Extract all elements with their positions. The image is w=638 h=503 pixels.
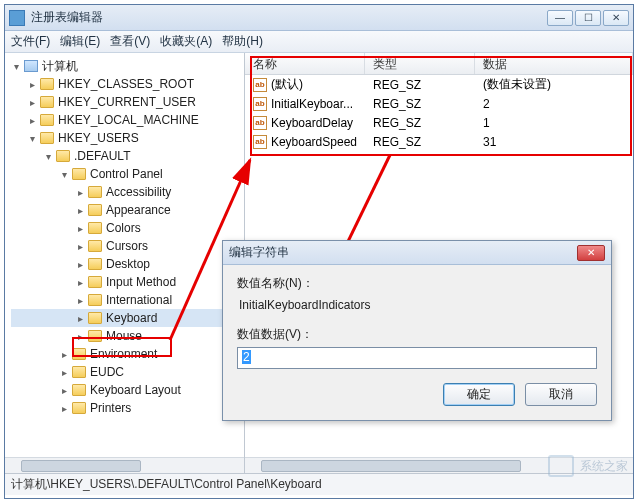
collapse-icon[interactable]: ▾	[27, 133, 38, 144]
menu-file[interactable]: 文件(F)	[11, 33, 50, 50]
col-type[interactable]: 类型	[365, 53, 475, 74]
tree-hscrollbar[interactable]	[5, 457, 244, 473]
dialog-buttons: 确定 取消	[237, 383, 597, 406]
tree-input-method[interactable]: ▸ Input Method	[11, 273, 244, 291]
list-header: 名称 类型 数据	[245, 53, 633, 75]
close-button[interactable]: ✕	[603, 10, 629, 26]
maximize-button[interactable]: ☐	[575, 10, 601, 26]
expand-icon[interactable]: ▸	[75, 259, 86, 270]
list-row[interactable]: ab(默认) REG_SZ (数值未设置)	[245, 75, 633, 94]
folder-icon	[72, 348, 86, 360]
col-data[interactable]: 数据	[475, 53, 633, 74]
string-value-icon: ab	[253, 78, 267, 92]
dialog-titlebar: 编辑字符串 ✕	[223, 241, 611, 265]
dialog-close-button[interactable]: ✕	[577, 245, 605, 261]
value-data-input[interactable]: 2	[237, 347, 597, 369]
folder-icon	[88, 186, 102, 198]
expand-icon[interactable]: ▸	[75, 277, 86, 288]
list-rows: ab(默认) REG_SZ (数值未设置) abInitialKeyboar..…	[245, 75, 633, 151]
expand-icon[interactable]: ▸	[75, 187, 86, 198]
folder-icon	[88, 276, 102, 288]
expand-icon[interactable]: ▸	[59, 349, 70, 360]
tree-international[interactable]: ▸ International	[11, 291, 244, 309]
tree-cursors[interactable]: ▸ Cursors	[11, 237, 244, 255]
tree-hku[interactable]: ▾ HKEY_USERS	[11, 129, 244, 147]
expand-icon[interactable]: ▸	[75, 331, 86, 342]
string-value-icon: ab	[253, 135, 267, 149]
tree-control-panel[interactable]: ▾ Control Panel	[11, 165, 244, 183]
expand-icon[interactable]: ▸	[59, 403, 70, 414]
folder-icon	[88, 204, 102, 216]
folder-icon	[72, 168, 86, 180]
value-name-readonly: InitialKeyboardIndicators	[237, 296, 597, 320]
status-path: 计算机\HKEY_USERS\.DEFAULT\Control Panel\Ke…	[11, 476, 322, 493]
cancel-button[interactable]: 取消	[525, 383, 597, 406]
tree-mouse[interactable]: ▸ Mouse	[11, 327, 244, 345]
dialog-body: 数值名称(N)： InitialKeyboardIndicators 数值数据(…	[223, 265, 611, 420]
expand-icon[interactable]: ▸	[75, 241, 86, 252]
list-row[interactable]: abKeyboardSpeed REG_SZ 31	[245, 132, 633, 151]
list-row[interactable]: abKeyboardDelay REG_SZ 1	[245, 113, 633, 132]
menu-edit[interactable]: 编辑(E)	[60, 33, 100, 50]
expand-icon[interactable]: ▸	[27, 115, 38, 126]
menu-help[interactable]: 帮助(H)	[222, 33, 263, 50]
watermark: 系统之家	[548, 455, 628, 477]
collapse-icon[interactable]: ▾	[43, 151, 54, 162]
string-value-icon: ab	[253, 97, 267, 111]
collapse-icon[interactable]: ▾	[11, 61, 22, 72]
menu-view[interactable]: 查看(V)	[110, 33, 150, 50]
titlebar: 注册表编辑器 — ☐ ✕	[5, 5, 633, 31]
expand-icon[interactable]: ▸	[59, 385, 70, 396]
col-name[interactable]: 名称	[245, 53, 365, 74]
window-buttons: — ☐ ✕	[547, 10, 629, 26]
tree-colors[interactable]: ▸ Colors	[11, 219, 244, 237]
computer-icon	[24, 60, 38, 72]
menu-favorites[interactable]: 收藏夹(A)	[160, 33, 212, 50]
dialog-title: 编辑字符串	[229, 244, 577, 261]
expand-icon[interactable]: ▸	[75, 313, 86, 324]
list-row[interactable]: abInitialKeyboar... REG_SZ 2	[245, 94, 633, 113]
tree-computer[interactable]: ▾ 计算机	[11, 57, 244, 75]
expand-icon[interactable]: ▸	[75, 205, 86, 216]
folder-icon	[88, 240, 102, 252]
folder-icon	[40, 78, 54, 90]
tree-hklm[interactable]: ▸ HKEY_LOCAL_MACHINE	[11, 111, 244, 129]
tree-hkcr[interactable]: ▸ HKEY_CLASSES_ROOT	[11, 75, 244, 93]
menubar: 文件(F) 编辑(E) 查看(V) 收藏夹(A) 帮助(H)	[5, 31, 633, 53]
value-name-label: 数值名称(N)：	[237, 275, 597, 292]
tree-keyboard-layout[interactable]: ▸ Keyboard Layout	[11, 381, 244, 399]
expand-icon[interactable]: ▸	[75, 223, 86, 234]
folder-icon	[88, 330, 102, 342]
window-title: 注册表编辑器	[31, 9, 547, 26]
tree-printers[interactable]: ▸ Printers	[11, 399, 244, 417]
expand-icon[interactable]: ▸	[59, 367, 70, 378]
expand-icon[interactable]: ▸	[75, 295, 86, 306]
expand-icon[interactable]: ▸	[27, 79, 38, 90]
tree-eudc[interactable]: ▸ EUDC	[11, 363, 244, 381]
folder-icon	[88, 294, 102, 306]
folder-icon	[72, 384, 86, 396]
tree-environment[interactable]: ▸ Environment	[11, 345, 244, 363]
folder-icon	[56, 150, 70, 162]
tree-accessibility[interactable]: ▸ Accessibility	[11, 183, 244, 201]
edit-string-dialog: 编辑字符串 ✕ 数值名称(N)： InitialKeyboardIndicato…	[222, 240, 612, 421]
tree: ▾ 计算机 ▸ HKEY_CLASSES_ROOT ▸ HKEY_CURRENT…	[5, 53, 244, 421]
tree-desktop[interactable]: ▸ Desktop	[11, 255, 244, 273]
tree-keyboard[interactable]: ▸ Keyboard	[11, 309, 244, 327]
expand-icon[interactable]: ▸	[27, 97, 38, 108]
folder-icon	[72, 366, 86, 378]
tree-default[interactable]: ▾ .DEFAULT	[11, 147, 244, 165]
value-data-label: 数值数据(V)：	[237, 326, 597, 343]
folder-icon	[88, 258, 102, 270]
collapse-icon[interactable]: ▾	[59, 169, 70, 180]
folder-icon	[40, 132, 54, 144]
tree-pane: ▾ 计算机 ▸ HKEY_CLASSES_ROOT ▸ HKEY_CURRENT…	[5, 53, 245, 473]
minimize-button[interactable]: —	[547, 10, 573, 26]
statusbar: 计算机\HKEY_USERS\.DEFAULT\Control Panel\Ke…	[5, 473, 633, 495]
tree-hkcu[interactable]: ▸ HKEY_CURRENT_USER	[11, 93, 244, 111]
folder-icon	[72, 402, 86, 414]
ok-button[interactable]: 确定	[443, 383, 515, 406]
watermark-icon	[548, 455, 574, 477]
tree-appearance[interactable]: ▸ Appearance	[11, 201, 244, 219]
folder-icon	[40, 114, 54, 126]
